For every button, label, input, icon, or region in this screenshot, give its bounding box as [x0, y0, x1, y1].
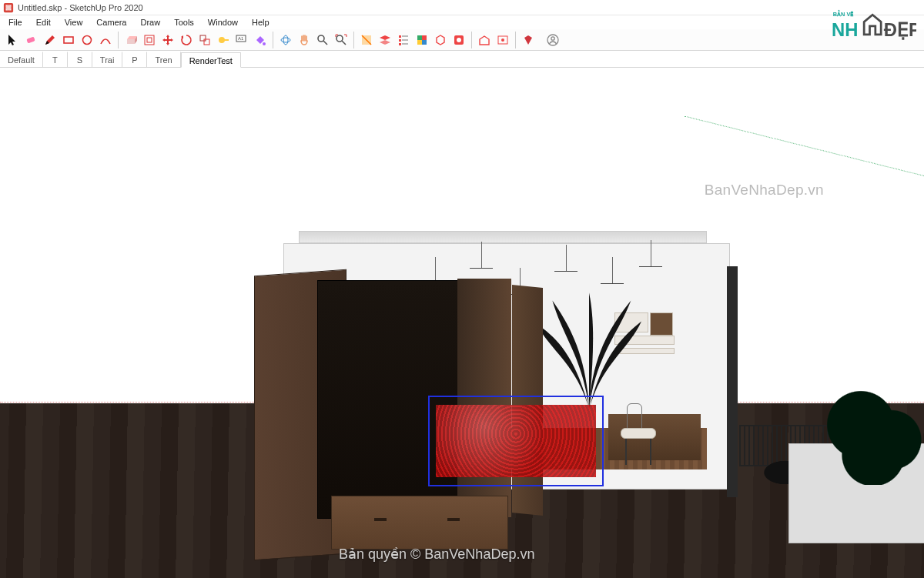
menu-camera[interactable]: Camera [89, 18, 133, 27]
svg-point-16 [281, 38, 290, 42]
arc-tool-icon[interactable] [97, 32, 114, 48]
move-tool-icon[interactable] [159, 32, 176, 48]
section-tool-icon[interactable] [358, 32, 375, 48]
svg-rect-21 [399, 35, 401, 38]
ceiling-beam [299, 231, 707, 243]
toolbar-separator [471, 32, 472, 48]
svg-rect-27 [422, 40, 427, 45]
warehouse-icon[interactable] [476, 32, 493, 48]
menu-file[interactable]: File [2, 18, 29, 27]
brand-logo: BẢN VẼ NH ĐẸP [832, 8, 916, 43]
pan-tool-icon[interactable] [296, 32, 313, 48]
orbit-tool-icon[interactable] [277, 32, 294, 48]
select-tool-icon[interactable] [5, 32, 22, 48]
svg-rect-6 [127, 39, 135, 44]
logo-right: ĐẸP [884, 19, 916, 40]
green-axis [685, 116, 924, 176]
svg-point-33 [551, 36, 554, 39]
scene-tab-trai[interactable]: Trai [92, 52, 123, 67]
svg-point-19 [336, 35, 343, 42]
svg-rect-22 [399, 39, 401, 42]
text-tool-icon[interactable]: A1 [233, 32, 250, 48]
svg-rect-24 [417, 35, 422, 40]
svg-rect-8 [147, 38, 152, 42]
svg-rect-3 [26, 36, 35, 43]
svg-rect-4 [64, 37, 73, 43]
svg-rect-12 [223, 39, 229, 41]
model-viewport[interactable]: BanVeNhaDep.vn Bản quyền © BanVeNhaDep.v… [0, 68, 924, 578]
offset-tool-icon[interactable] [141, 32, 158, 48]
toolbar-separator [273, 32, 273, 48]
ext-warehouse-icon[interactable] [494, 32, 511, 48]
eraser-tool-icon[interactable] [23, 32, 40, 48]
scene-tabs: Default T S Trai P Tren RenderTest [0, 51, 924, 68]
toolbar-separator [353, 32, 354, 48]
low-cabinet [331, 496, 508, 550]
toolbar-separator [118, 32, 119, 48]
svg-rect-23 [399, 43, 401, 45]
svg-rect-26 [417, 40, 422, 45]
zoom-tool-icon[interactable] [314, 32, 331, 48]
scale-tool-icon[interactable] [196, 32, 213, 48]
menu-view[interactable]: View [58, 18, 90, 27]
watermark-copyright: Bản quyền © BanVeNhaDep.vn [339, 546, 534, 563]
menu-bar: File Edit View Camera Draw Tools Window … [0, 15, 924, 29]
pushpull-tool-icon[interactable] [122, 32, 139, 48]
menu-help[interactable]: Help [245, 18, 276, 27]
svg-text:A1: A1 [238, 36, 244, 41]
menu-window[interactable]: Window [201, 18, 245, 27]
scene-tab-rendertest[interactable]: RenderTest [181, 52, 241, 68]
column-right [727, 266, 738, 497]
window-title: Untitled.skp - SketchUp Pro 2020 [18, 3, 143, 12]
desk-chair [621, 403, 656, 465]
pencil-tool-icon[interactable] [42, 32, 59, 48]
scene-tab-default[interactable]: Default [0, 52, 43, 67]
svg-point-31 [501, 38, 504, 42]
svg-point-15 [263, 42, 266, 45]
app-icon [3, 2, 14, 13]
logo-left: NH [832, 19, 858, 40]
menu-edit[interactable]: Edit [29, 18, 58, 27]
components-icon[interactable] [432, 32, 449, 48]
menu-tools[interactable]: Tools [167, 18, 201, 27]
menu-draw[interactable]: Draw [133, 18, 167, 27]
main-toolbar: A1 [0, 29, 924, 51]
svg-point-5 [83, 35, 92, 44]
svg-point-17 [283, 35, 288, 45]
materials-icon[interactable] [413, 32, 430, 48]
zoom-extents-icon[interactable] [333, 32, 350, 48]
circle-tool-icon[interactable] [79, 32, 95, 48]
watermark-url: BanVeNhaDep.vn [705, 182, 824, 199]
svg-rect-10 [204, 39, 209, 45]
title-bar: Untitled.skp - SketchUp Pro 2020 [0, 0, 924, 15]
selection-box [428, 396, 604, 486]
svg-rect-7 [145, 35, 154, 45]
account-icon[interactable] [544, 32, 561, 48]
outdoor-bush [812, 385, 924, 485]
rotate-tool-icon[interactable] [178, 32, 195, 48]
scene-tab-tren[interactable]: Tren [147, 52, 180, 67]
scene-tab-s[interactable]: S [68, 52, 92, 67]
svg-rect-25 [422, 35, 427, 40]
rectangle-tool-icon[interactable] [60, 32, 77, 48]
scene-tab-t[interactable]: T [43, 52, 68, 67]
svg-point-29 [457, 38, 461, 42]
scene-tab-p[interactable]: P [122, 52, 147, 67]
tape-tool-icon[interactable] [215, 32, 232, 48]
svg-point-18 [318, 35, 324, 42]
svg-rect-9 [200, 35, 206, 41]
logo-line1: BẢN VẼ [833, 9, 855, 18]
layers-icon[interactable] [377, 32, 393, 48]
ruby-icon[interactable] [520, 32, 537, 48]
paint-tool-icon[interactable] [252, 32, 269, 48]
bed-selected [431, 399, 601, 491]
outliner-icon[interactable] [395, 32, 412, 48]
styles-icon[interactable] [450, 32, 467, 48]
toolbar-separator [515, 32, 516, 48]
